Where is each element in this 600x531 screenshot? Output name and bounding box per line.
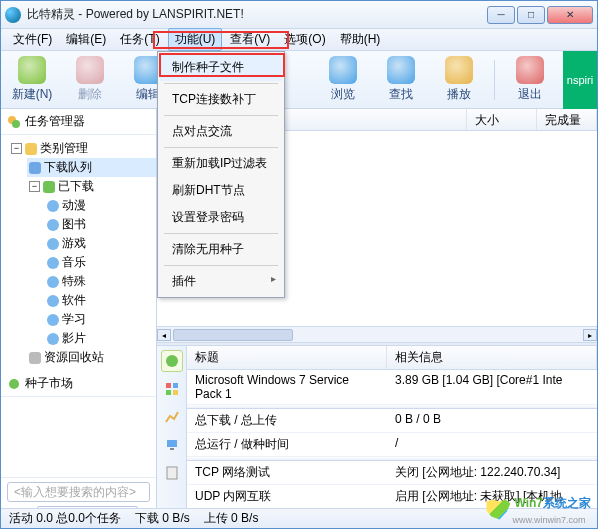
toolbar-find[interactable]: 查找: [378, 56, 424, 103]
function-menu-dropdown: 制作种子文件TCP连接数补丁点对点交流重新加载IP过滤表刷新DHT节点设置登录密…: [157, 51, 285, 298]
tree-cat-6[interactable]: 学习: [45, 310, 156, 329]
toolbar: 新建(N) 删除 编辑 浏览 查找 播放 退出: [1, 51, 597, 109]
tree-cat-4[interactable]: 特殊: [45, 272, 156, 291]
toolbar-play-label: 播放: [447, 86, 471, 103]
tree-cat-3[interactable]: 音乐: [45, 253, 156, 272]
col-complete[interactable]: 完成量: [537, 109, 597, 130]
tab-network[interactable]: [161, 434, 183, 456]
info-header: 标题 相关信息: [187, 346, 597, 370]
toolbar-play[interactable]: 播放: [436, 56, 482, 103]
status-download: 下载 0 B/s: [135, 510, 190, 527]
task-manager-header[interactable]: 任务管理器: [1, 109, 156, 135]
tab-general[interactable]: [161, 350, 183, 372]
search-engine-select[interactable]: [37, 506, 138, 508]
scroll-right-arrow[interactable]: ▸: [583, 329, 597, 341]
statusbar: 活动 0.0 总0.0个任务 下载 0 B/s 上传 0 B/s: [1, 508, 597, 528]
tab-chart[interactable]: [161, 406, 183, 428]
dot-icon: [47, 238, 59, 250]
recycle-icon: [29, 352, 41, 364]
cat-label: 影片: [62, 330, 86, 347]
info-col-title[interactable]: 标题: [187, 346, 387, 369]
search-input[interactable]: <输入想要搜索的内容>: [7, 482, 150, 502]
tab-peers[interactable]: [161, 378, 183, 400]
svg-rect-7: [173, 390, 178, 395]
info-tabs: [157, 346, 187, 508]
chart-icon: [165, 410, 179, 424]
cat-label: 软件: [62, 292, 86, 309]
menu-item-1[interactable]: TCP连接数补丁: [160, 86, 282, 113]
info-col-detail[interactable]: 相关信息: [387, 346, 597, 369]
info-row: Microsoft Windows 7 Service Pack 1 3.89 …: [187, 370, 597, 405]
tree-downloaded[interactable]: − 已下载: [27, 177, 156, 196]
scroll-left-arrow[interactable]: ◂: [157, 329, 171, 341]
menu-item-7[interactable]: 插件: [160, 268, 282, 295]
toolbar-find-label: 查找: [389, 86, 413, 103]
cat-label: 游戏: [62, 235, 86, 252]
tree-category-root[interactable]: − 类别管理: [9, 139, 156, 158]
sidebar-search-area: <输入想要搜索的内容> 搜索 ▾: [1, 477, 156, 508]
toolbar-separator-2: [494, 60, 495, 100]
tree-cat-0[interactable]: 动漫: [45, 196, 156, 215]
info-value: 关闭 [公网地址: 122.240.70.34]: [387, 461, 597, 484]
task-manager-icon: [7, 115, 21, 129]
new-icon: [18, 56, 46, 84]
dot-icon: [47, 333, 59, 345]
info-title: Microsoft Windows 7 Service Pack 1: [187, 370, 387, 404]
info-content: 标题 相关信息 Microsoft Windows 7 Service Pack…: [187, 346, 597, 508]
menu-file[interactable]: 文件(F): [7, 29, 58, 50]
toolbar-delete[interactable]: 删除: [67, 56, 113, 103]
browse-icon: [329, 56, 357, 84]
menu-item-3[interactable]: 重新加载IP过滤表: [160, 150, 282, 177]
toolbar-new[interactable]: 新建(N): [9, 56, 55, 103]
svg-rect-9: [170, 448, 174, 450]
info-row: 总运行 / 做种时间 /: [187, 433, 597, 457]
tree-recycle[interactable]: 资源回收站: [27, 348, 156, 367]
minimize-button[interactable]: ─: [487, 6, 515, 24]
cat-label: 动漫: [62, 197, 86, 214]
menu-item-4[interactable]: 刷新DHT节点: [160, 177, 282, 204]
svg-rect-6: [166, 390, 171, 395]
menu-edit[interactable]: 编辑(E): [60, 29, 112, 50]
download-queue-label: 下载队列: [44, 159, 92, 176]
col-size[interactable]: 大小: [467, 109, 537, 130]
info-title: TCP 网络测试: [187, 461, 387, 484]
menu-item-6[interactable]: 清除无用种子: [160, 236, 282, 263]
tree-cat-1[interactable]: 图书: [45, 215, 156, 234]
menu-item-5[interactable]: 设置登录密码: [160, 204, 282, 231]
cat-label: 音乐: [62, 254, 86, 271]
scroll-thumb[interactable]: [173, 329, 293, 341]
tab-log[interactable]: [161, 462, 183, 484]
maximize-button[interactable]: □: [517, 6, 545, 24]
menu-separator: [164, 265, 278, 266]
info-title: 总运行 / 做种时间: [187, 433, 387, 456]
sidebar: 任务管理器 − 类别管理 下载队列 − 已下载: [1, 109, 157, 508]
svg-rect-5: [173, 383, 178, 388]
info-row: TCP 网络测试 关闭 [公网地址: 122.240.70.34]: [187, 461, 597, 485]
collapse-icon[interactable]: −: [29, 181, 40, 192]
network-icon: [165, 438, 179, 452]
close-button[interactable]: ✕: [547, 6, 593, 24]
tree-download-queue[interactable]: 下载队列: [27, 158, 156, 177]
menu-item-2[interactable]: 点对点交流: [160, 118, 282, 145]
highlight-menuitem: [159, 53, 285, 77]
delete-icon: [76, 56, 104, 84]
peers-icon: [165, 382, 179, 396]
titlebar: 比特精灵 - Powered by LANSPIRIT.NET! ─ □ ✕: [1, 1, 597, 29]
find-icon: [387, 56, 415, 84]
cat-label: 学习: [62, 311, 86, 328]
dot-icon: [47, 314, 59, 326]
seed-market-icon: [7, 377, 21, 391]
tree-cat-5[interactable]: 软件: [45, 291, 156, 310]
dot-icon: [47, 295, 59, 307]
tree-cat-2[interactable]: 游戏: [45, 234, 156, 253]
toolbar-exit[interactable]: 退出: [507, 56, 553, 103]
menu-help[interactable]: 帮助(H): [334, 29, 387, 50]
toolbar-browse[interactable]: 浏览: [320, 56, 366, 103]
toolbar-exit-label: 退出: [518, 86, 542, 103]
tree-cat-7[interactable]: 影片: [45, 329, 156, 348]
menu-separator: [164, 83, 278, 84]
collapse-icon[interactable]: −: [11, 143, 22, 154]
search-placeholder: <输入想要搜索的内容>: [14, 484, 136, 501]
list-h-scrollbar[interactable]: ◂ ▸: [157, 326, 597, 342]
seed-market-header[interactable]: 种子市场: [1, 371, 156, 397]
